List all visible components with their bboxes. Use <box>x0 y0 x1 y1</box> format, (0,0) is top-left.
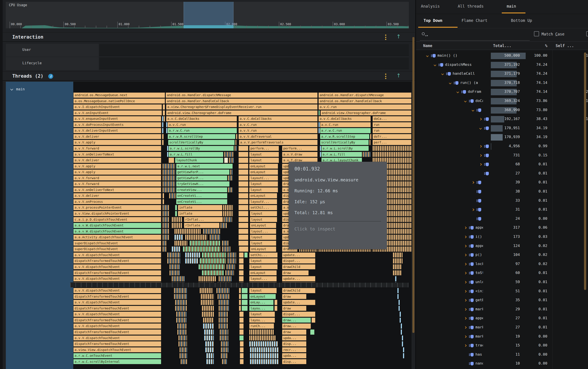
chevron-down-icon[interactable] <box>472 109 474 111</box>
flame-method-block[interactable]: a.v.C.run <box>168 122 237 128</box>
column-header-name[interactable]: Name <box>423 43 432 48</box>
chevron-down-icon[interactable] <box>479 127 482 130</box>
flame-method-block[interactable]: perform... <box>249 146 279 151</box>
user-track-body[interactable] <box>99 44 409 56</box>
chevron-down-icon[interactable] <box>441 73 444 75</box>
threads-options-icon[interactable] <box>385 74 387 79</box>
flame-method-block[interactable]: a.v.V.deliver <box>73 134 161 140</box>
flame-method-block[interactable]: layout <box>250 217 277 222</box>
flame-method-block[interactable]: layout... <box>249 276 277 281</box>
flame-fragment-block[interactable] <box>200 258 226 264</box>
flame-method-block[interactable]: a.v.V.apply <box>73 169 161 175</box>
flame-fragment-block[interactable] <box>175 205 177 210</box>
flame-fragment-block[interactable] <box>320 146 321 151</box>
flame-fragment-block[interactable] <box>238 158 248 163</box>
flame-fragment-block[interactable] <box>239 246 248 252</box>
flame-fragment-block[interactable] <box>369 140 371 145</box>
flame-fragment-block[interactable] <box>372 146 411 151</box>
flame-method-block[interactable]: a.v.V.dispatchTouchEvent <box>73 311 161 317</box>
flame-fragment-block[interactable] <box>162 193 164 199</box>
flame-fragment-block[interactable] <box>238 164 248 169</box>
flame-method-block[interactable]: a.r.w.C.onTouchEvent <box>73 353 161 359</box>
flame-method-block[interactable]: a.v.V.onDeliverToNext <box>73 152 161 157</box>
tree-row[interactable]: 192,16738.43179 <box>416 115 588 124</box>
flame-fragment-block[interactable] <box>202 311 214 317</box>
flame-method-block[interactable]: a.r.w.L.fill <box>168 152 223 157</box>
flame-fragment-block[interactable] <box>239 270 244 276</box>
search-icon[interactable] <box>422 32 425 35</box>
column-header-pct[interactable]: % <box>528 43 547 48</box>
chevron-right-icon[interactable] <box>464 281 466 283</box>
flame-fragment-block[interactable] <box>393 252 403 258</box>
flame-fragment-block[interactable] <box>228 175 233 181</box>
flame-method-block[interactable]: a.r.w.C.run <box>320 128 371 133</box>
column-header-self[interactable]: Self ... <box>556 43 574 48</box>
flame-fragment-block[interactable] <box>167 152 168 157</box>
flame-fragment-block[interactable] <box>318 122 320 128</box>
flame-method-block[interactable]: a.view.Choreographer$FrameDisplayEventRe… <box>166 104 318 110</box>
chevron-right-icon[interactable] <box>479 163 482 166</box>
flame-fragment-block[interactable] <box>177 329 187 335</box>
flame-method-block[interactable]: perform... <box>282 146 318 151</box>
lifecycle-track-body[interactable] <box>99 58 409 69</box>
flame-fragment-block[interactable] <box>224 158 228 163</box>
flame-fragment-block[interactable] <box>166 122 168 128</box>
flame-method-block[interactable]: a.v.V.performTraversals <box>239 140 318 145</box>
tree-row[interactable]: mark190.0013 <box>416 332 588 341</box>
flame-fragment-block[interactable] <box>224 152 234 157</box>
flame-method-block[interactable]: inflate <box>178 205 222 210</box>
interaction-options-icon[interactable] <box>385 35 387 40</box>
flame-method-block[interactable]: a.v.C.doCallbacks <box>166 116 237 122</box>
tree-row[interactable]: appe1240.0224 <box>416 242 588 251</box>
chevron-down-icon[interactable] <box>464 100 466 102</box>
flame-method-block[interactable]: c.a.i.p.D.dispatchTouchEvent <box>73 217 161 222</box>
flame-method-block[interactable]: draw... <box>282 318 311 323</box>
flame-method-block[interactable]: layout <box>249 158 279 163</box>
flame-method-block[interactable]: update... <box>282 300 315 305</box>
flame-method-block[interactable]: a.view.View.dispatchTouchEvent <box>73 347 161 353</box>
flame-method-block[interactable]: setChi... <box>249 252 278 258</box>
flame-fragment-block[interactable] <box>250 353 279 359</box>
flame-method-block[interactable]: run <box>372 128 411 133</box>
flame-method-block[interactable]: android.os.Handler.handleCallback <box>318 98 411 104</box>
flame-fragment-block[interactable] <box>178 335 187 341</box>
tree-row[interactable]: lock970.0215 <box>416 260 588 269</box>
flame-method-block[interactable]: a.a.v.W.dispatchTouchEvent <box>73 229 161 234</box>
flame-fragment-block[interactable] <box>238 181 248 187</box>
flame-fragment-block[interactable] <box>238 199 248 205</box>
flame-fragment-block[interactable] <box>238 152 248 157</box>
flame-fragment-block[interactable] <box>240 359 244 365</box>
flame-method-block[interactable]: a.v.V.deliver <box>73 158 161 163</box>
flame-fragment-block[interactable] <box>239 264 244 270</box>
flame-method-block[interactable]: a.os.MessageQueue.nativePollOnce <box>73 98 165 104</box>
flame-method-block[interactable]: draw <box>282 329 306 335</box>
flame-fragment-block[interactable] <box>200 288 213 293</box>
regex-checkbox-partial[interactable] <box>586 31 588 36</box>
flame-method-block[interactable]: a.v.V.dispatchTouchEvent <box>73 323 161 329</box>
flame-fragment-block[interactable] <box>228 187 233 193</box>
flame-fragment-block[interactable] <box>223 205 233 210</box>
flame-fragment-block[interactable] <box>204 335 214 341</box>
flame-fragment-block[interactable] <box>172 223 183 228</box>
flame-fragment-block[interactable] <box>370 134 371 140</box>
chevron-right-icon[interactable] <box>464 344 466 347</box>
flame-fragment-block[interactable] <box>162 223 169 228</box>
flame-method-block[interactable]: update... <box>282 276 315 281</box>
flame-method-block[interactable]: a.a.v.W.dispatchTouchEvent <box>73 223 161 228</box>
flame-fragment-block[interactable] <box>169 193 176 199</box>
flame-fragment-block[interactable] <box>205 341 214 347</box>
flame-fragment-block[interactable] <box>174 294 187 299</box>
flame-fragment-block[interactable] <box>162 164 175 169</box>
flame-method-block[interactable]: a.v.V.dispatchTouchEvent <box>73 335 161 341</box>
chevron-right-icon[interactable] <box>464 335 466 338</box>
flame-fragment-block[interactable] <box>166 128 168 133</box>
flame-fragment-block[interactable] <box>393 264 402 270</box>
flame-fragment-block[interactable] <box>250 359 279 365</box>
flame-fragment-block[interactable] <box>174 234 183 240</box>
flame-method-block[interactable]: a.r.w.C.scrollByInternal <box>73 359 161 365</box>
flame-fragment-block[interactable] <box>249 341 278 347</box>
flame-method-block[interactable]: scrollVerticallyBy <box>320 140 369 145</box>
flame-method-block[interactable]: a.r.w.R.scrollStep <box>168 134 235 140</box>
flame-fragment-block[interactable] <box>163 110 165 116</box>
chevron-right-icon[interactable] <box>472 209 474 211</box>
